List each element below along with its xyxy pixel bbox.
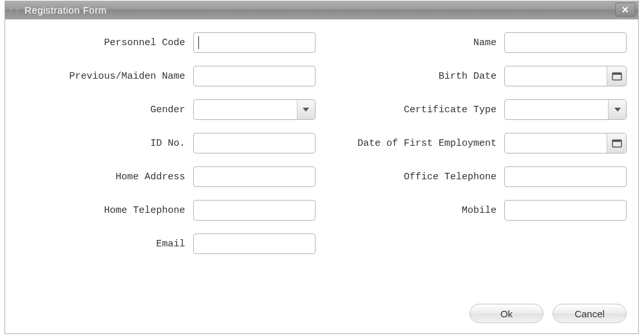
label-personnel-code: Personnel Code [104,37,193,48]
field-email: Email [17,233,316,254]
label-email: Email [156,239,193,250]
label-date-first-employment: Date of First Employment [357,138,504,149]
label-mobile: Mobile [462,205,504,216]
dialog-title: Registration Form [24,5,107,15]
field-mobile: Mobile [328,200,627,221]
form-grid: Personnel Code Name Previous/Maiden Name [17,32,627,254]
field-office-telephone: Office Telephone [328,166,627,187]
calendar-icon [612,72,622,81]
field-home-telephone: Home Telephone [17,200,316,221]
label-birth-date: Birth Date [439,71,504,82]
close-button[interactable]: ✕ [615,3,636,17]
gender-value [194,100,297,119]
field-id-no: ID No. [17,133,316,153]
id-no-input[interactable] [193,133,316,153]
gender-select[interactable] [193,99,316,120]
registration-dialog: ⋮⋮ Registration Form ✕ Personnel Code Na… [5,1,639,334]
office-telephone-input[interactable] [504,166,627,187]
label-gender: Gender [150,104,193,115]
home-telephone-input[interactable] [193,200,316,221]
birth-date-value [505,66,607,86]
dialog-body: Personnel Code Name Previous/Maiden Name [5,19,638,254]
label-id-no: ID No. [150,138,193,149]
cancel-button[interactable]: Cancel [553,304,627,323]
field-certificate-type: Certificate Type [328,99,627,120]
mobile-input[interactable] [504,200,627,221]
field-personnel-code: Personnel Code [17,32,316,53]
field-home-address: Home Address [17,166,316,187]
personnel-code-input[interactable] [193,32,316,53]
date-first-employment-value [505,133,607,153]
certificate-type-dropdown-button[interactable] [608,100,626,119]
field-name: Name [328,32,627,53]
ok-button[interactable]: Ok [469,304,544,323]
label-home-address: Home Address [115,172,193,183]
date-first-employment-button[interactable] [607,133,626,153]
gender-dropdown-button[interactable] [297,100,315,119]
certificate-type-select[interactable] [504,99,627,120]
field-gender: Gender [17,99,316,120]
email-input[interactable] [193,233,316,254]
dialog-footer: Ok Cancel [469,304,627,323]
calendar-icon [612,139,622,148]
previous-name-input[interactable] [193,66,316,86]
chevron-down-icon [614,108,621,112]
label-certificate-type: Certificate Type [404,104,504,115]
grip-icon: ⋮⋮ [10,6,18,15]
label-previous-name: Previous/Maiden Name [69,71,193,82]
titlebar: ⋮⋮ Registration Form ✕ [5,1,638,19]
svg-rect-1 [612,73,621,75]
date-first-employment-picker[interactable] [504,133,627,153]
svg-rect-3 [612,140,621,142]
close-icon: ✕ [621,5,629,15]
label-home-telephone: Home Telephone [104,205,193,216]
certificate-type-value [505,100,608,119]
chevron-down-icon [303,108,309,112]
text-caret [198,36,199,49]
field-date-first-employment: Date of First Employment [328,133,627,153]
home-address-input[interactable] [193,166,316,187]
name-input[interactable] [504,32,627,53]
field-previous-name: Previous/Maiden Name [17,66,316,86]
birth-date-button[interactable] [607,66,626,86]
birth-date-picker[interactable] [504,66,627,86]
field-birth-date: Birth Date [328,66,627,86]
label-name: Name [473,37,504,48]
label-office-telephone: Office Telephone [404,172,504,183]
